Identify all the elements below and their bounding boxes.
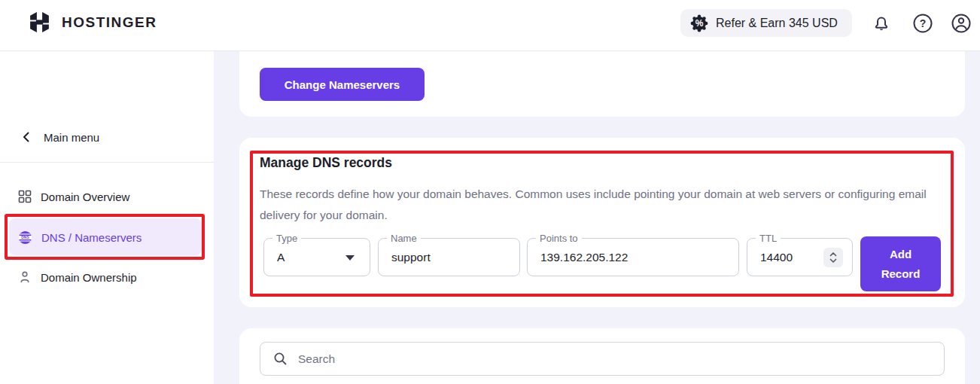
record-ttl-field: TTL bbox=[747, 238, 853, 276]
top-header: HOSTINGER % Refer & Earn 345 USD bbox=[0, 0, 980, 51]
dns-card-description: These records define how your domain beh… bbox=[260, 184, 931, 225]
refer-earn-label: Refer & Earn 345 USD bbox=[716, 17, 838, 30]
hostinger-h-logo-icon bbox=[27, 10, 52, 35]
sidebar-item-dns-nameservers[interactable]: DNS DNS / Nameservers bbox=[18, 224, 199, 250]
sidebar-item-domain-ownership[interactable]: Domain Ownership bbox=[18, 264, 199, 290]
chevron-down-icon bbox=[345, 255, 355, 261]
sidebar-item-label: DNS / Nameservers bbox=[41, 231, 142, 244]
svg-text:%: % bbox=[695, 18, 704, 29]
back-to-main-menu[interactable]: Main menu bbox=[21, 126, 99, 148]
search-field bbox=[260, 342, 945, 376]
dns-card-title: Manage DNS records bbox=[260, 155, 392, 171]
sidebar-item-label: Domain Overview bbox=[41, 190, 129, 203]
chevron-left-icon bbox=[21, 131, 32, 143]
person-icon bbox=[18, 270, 32, 284]
help-button[interactable]: ? bbox=[911, 11, 935, 35]
add-record-button[interactable]: Add Record bbox=[860, 236, 941, 291]
manage-dns-records-card: Manage DNS records These records define … bbox=[239, 138, 965, 307]
change-nameservers-button[interactable]: Change Nameservers bbox=[260, 68, 425, 101]
magnifier-icon bbox=[273, 352, 288, 366]
points-to-field-label: Points to bbox=[536, 232, 582, 245]
record-points-to-field: Points to bbox=[527, 238, 739, 276]
nameservers-card: Change Nameservers bbox=[239, 51, 965, 117]
search-input[interactable] bbox=[298, 343, 944, 375]
record-type-select[interactable]: Type A bbox=[263, 238, 370, 276]
sidebar-divider bbox=[0, 162, 214, 163]
svg-text:DNS: DNS bbox=[21, 236, 29, 239]
dns-globe-icon: DNS bbox=[18, 230, 32, 245]
hostinger-logo[interactable]: HOSTINGER bbox=[27, 10, 157, 35]
sidebar-item-domain-overview[interactable]: Domain Overview bbox=[18, 184, 199, 209]
sidebar-item-label: Domain Ownership bbox=[41, 271, 137, 284]
sidebar: Main menu Domain Overview bbox=[0, 51, 214, 384]
domain-management-page: HOSTINGER % Refer & Earn 345 USD bbox=[0, 0, 980, 384]
back-label: Main menu bbox=[44, 131, 99, 144]
question-circle-icon: ? bbox=[912, 13, 933, 34]
ttl-field-label: TTL bbox=[756, 232, 781, 245]
type-field-label: Type bbox=[272, 232, 301, 245]
brand-wordmark: HOSTINGER bbox=[62, 14, 157, 31]
svg-text:?: ? bbox=[920, 17, 927, 29]
account-button[interactable] bbox=[949, 11, 973, 35]
percent-seal-icon: % bbox=[690, 14, 708, 32]
dns-records-list-card bbox=[239, 328, 965, 384]
profile-circle-icon bbox=[951, 13, 972, 34]
ttl-stepper[interactable] bbox=[823, 248, 843, 267]
refer-earn-button[interactable]: % Refer & Earn 345 USD bbox=[680, 9, 852, 37]
record-name-field: Name bbox=[378, 238, 520, 276]
grid-icon bbox=[18, 190, 32, 203]
notifications-button[interactable] bbox=[869, 11, 893, 35]
bell-icon bbox=[871, 13, 892, 34]
name-field-label: Name bbox=[387, 232, 421, 245]
